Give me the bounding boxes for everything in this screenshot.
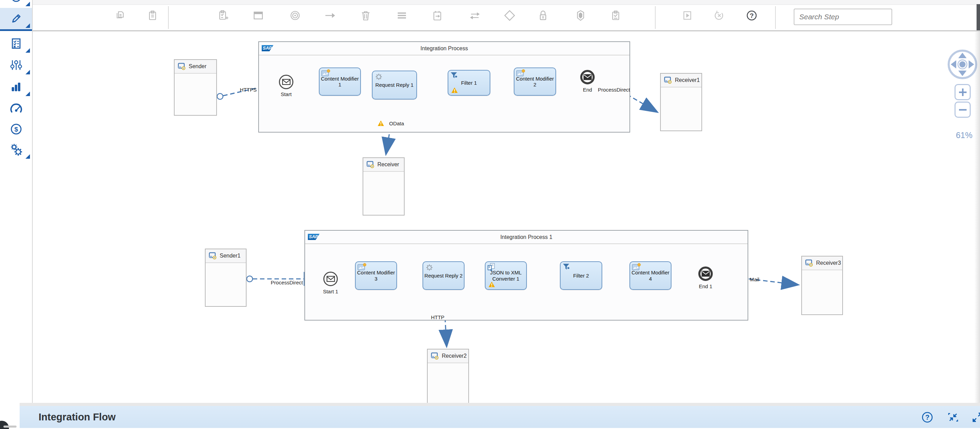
- footer-help-button[interactable]: ?: [921, 411, 934, 424]
- adapter-label-processdirect: ProcessDirect: [258, 280, 316, 285]
- adapter-label-processdirect: ProcessDirect: [586, 87, 641, 93]
- step-label: Filter 1: [461, 80, 477, 86]
- sidebar-item-performance[interactable]: [0, 98, 32, 119]
- step-content-modifier-2[interactable]: Content Modifier 2: [514, 67, 556, 96]
- security-button[interactable]: [535, 8, 550, 23]
- swap-button[interactable]: [467, 8, 482, 23]
- participant-receiver2[interactable]: Receiver2: [427, 349, 469, 403]
- expand-icon: [971, 411, 980, 424]
- pan-control[interactable]: [947, 49, 978, 80]
- participant-receiver3[interactable]: Receiver3: [801, 256, 843, 315]
- step-label: Request Reply 1: [375, 82, 414, 88]
- dollar-icon: $: [10, 123, 22, 135]
- step-request-reply-1[interactable]: Request Reply 1: [372, 71, 417, 100]
- svg-text:?: ?: [925, 413, 929, 421]
- adapter-label-http: HTTP: [420, 315, 455, 320]
- stop-simulation-icon: [713, 10, 725, 21]
- connector-button[interactable]: [322, 8, 337, 23]
- sidebar-item-cost[interactable]: $: [0, 118, 32, 140]
- adapter-label-odata: OData: [377, 120, 404, 126]
- search-step-input[interactable]: [794, 9, 892, 25]
- history-icon: [10, 0, 22, 3]
- end-event[interactable]: [580, 70, 595, 84]
- copy-button[interactable]: [112, 8, 127, 23]
- menu-button[interactable]: [394, 8, 409, 23]
- run-simulation-icon: [681, 10, 693, 21]
- stop-simulation-button[interactable]: [712, 8, 727, 23]
- sidebar-item-history[interactable]: [0, 0, 32, 8]
- step-filter-2[interactable]: Filter 2: [560, 261, 602, 290]
- step-label: Content Modifier 1: [320, 76, 360, 88]
- speedometer-icon: [10, 102, 22, 114]
- help-icon: ?: [746, 9, 758, 22]
- move-arrow-icon: [324, 9, 336, 22]
- participant-label: Sender: [189, 64, 207, 70]
- footer-divider: [20, 403, 980, 406]
- step-request-reply-2[interactable]: Request Reply 2: [423, 261, 465, 290]
- content-modifier-icon: [516, 69, 525, 77]
- sidebar-item-settings[interactable]: [0, 139, 32, 160]
- participant-sender1[interactable]: Sender1: [205, 249, 247, 307]
- participant-receiver[interactable]: Receiver: [363, 157, 405, 216]
- sidebar-item-configure[interactable]: [0, 54, 32, 76]
- participant-receiver1[interactable]: Receiver1: [660, 73, 702, 131]
- system-icon: [366, 161, 375, 168]
- message-end-icon: [702, 271, 710, 277]
- clipboard-check-button[interactable]: [608, 8, 623, 23]
- end-1-event[interactable]: [698, 267, 713, 281]
- sliders-icon: [10, 59, 22, 71]
- json-to-xml-converter-icon: [487, 263, 496, 271]
- scrollbar-fragment[interactable]: [977, 4, 980, 30]
- collapse-button[interactable]: [947, 411, 960, 424]
- adapter-label-mail: Mail: [737, 276, 772, 282]
- start-event[interactable]: [279, 75, 293, 89]
- participant-sender[interactable]: Sender: [174, 59, 217, 116]
- integration-flow-editor: $: [0, 0, 980, 429]
- help-button[interactable]: ?: [744, 8, 759, 23]
- step-json-to-xml-converter-1[interactable]: JSON to XML Converter 1: [485, 261, 527, 290]
- expand-button[interactable]: [971, 411, 980, 424]
- timer-button[interactable]: [430, 8, 445, 23]
- footer-title: Integration Flow: [38, 412, 116, 423]
- gateway-button[interactable]: [502, 8, 517, 23]
- flow-canvas[interactable]: SAP Integration Process Sender Start Con…: [33, 31, 980, 403]
- process-header: SAP Integration Process: [259, 42, 630, 56]
- participant-label: Receiver3: [816, 260, 841, 266]
- process-title: Integration Process: [259, 42, 630, 55]
- system-icon: [178, 63, 186, 70]
- paste-button[interactable]: [145, 8, 160, 23]
- artifact-button[interactable]: [573, 8, 588, 23]
- delete-icon: [360, 10, 372, 21]
- step-content-modifier-1[interactable]: Content Modifier 1: [319, 67, 361, 96]
- window-top-strip: [32, 0, 980, 5]
- checklist-icon: [10, 38, 22, 49]
- add-step-button[interactable]: [216, 8, 231, 23]
- timer-icon: [431, 10, 443, 21]
- zoom-in-button[interactable]: [955, 84, 971, 100]
- step-content-modifier-3[interactable]: Content Modifier 3: [355, 261, 397, 290]
- copy-icon: [114, 10, 126, 21]
- step-filter-1[interactable]: Filter 1: [448, 70, 490, 96]
- footer-bar: Integration Flow ?: [20, 406, 980, 428]
- step-content-modifier-4[interactable]: Content Modifier 4: [630, 261, 671, 290]
- corner-scrollbar[interactable]: [3, 426, 16, 427]
- plus-icon: [958, 87, 967, 97]
- toolbar-separator: [775, 6, 776, 29]
- step-label: JSON to XML Converter 1: [485, 270, 526, 282]
- start-1-event[interactable]: [323, 272, 338, 286]
- participant-button[interactable]: [251, 8, 266, 23]
- sidebar-item-analytics[interactable]: [0, 76, 32, 97]
- sidebar-item-edit[interactable]: [0, 8, 32, 31]
- expand-corner-icon: [25, 154, 30, 159]
- target-button[interactable]: [288, 8, 303, 23]
- sidebar-item-checklist[interactable]: [0, 33, 32, 54]
- run-simulation-button[interactable]: [680, 8, 695, 23]
- filter-icon: [450, 72, 458, 79]
- zoom-out-button[interactable]: [955, 102, 971, 118]
- swap-icon: [469, 9, 481, 22]
- delete-button[interactable]: [358, 8, 373, 23]
- target-icon: [289, 9, 301, 22]
- step-label: Content Modifier 2: [514, 76, 555, 88]
- step-label: Content Modifier 3: [356, 270, 396, 282]
- integration-process-1-container[interactable]: SAP Integration Process: [258, 41, 630, 133]
